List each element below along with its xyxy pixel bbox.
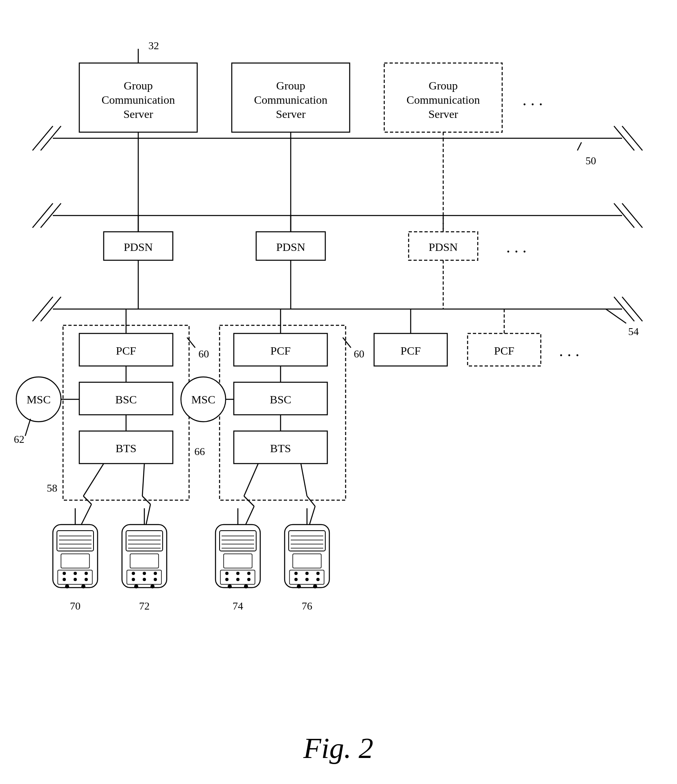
radio-76 — [285, 508, 329, 588]
pdsn-label-1: PDSN — [124, 241, 153, 253]
pcf-label-3: PCF — [401, 344, 421, 357]
svg-line-34 — [187, 338, 195, 348]
svg-point-57 — [85, 578, 88, 581]
svg-point-71 — [154, 572, 157, 575]
bts-label-2: BTS — [270, 442, 291, 455]
svg-line-6 — [577, 142, 581, 150]
ref-62: 62 — [14, 433, 24, 445]
svg-line-0 — [33, 126, 53, 150]
svg-point-100 — [225, 578, 229, 581]
pcf-label-4: PCF — [494, 344, 514, 357]
svg-point-52 — [63, 572, 66, 575]
gcs-label-1b: Communication — [102, 94, 175, 106]
ref-50: 50 — [586, 155, 596, 167]
svg-point-72 — [132, 578, 135, 581]
svg-point-76 — [150, 584, 155, 588]
svg-point-55 — [63, 578, 66, 581]
svg-point-102 — [247, 578, 250, 581]
svg-line-22 — [33, 297, 53, 321]
bsc-label-1: BSC — [115, 393, 137, 406]
svg-line-36 — [25, 419, 30, 436]
svg-point-58 — [65, 584, 69, 588]
svg-point-117 — [294, 578, 298, 581]
ref-70: 70 — [70, 600, 81, 612]
svg-point-115 — [305, 572, 309, 575]
gcs-label-2c: Server — [276, 108, 306, 120]
ref-76: 76 — [302, 600, 312, 612]
pdsn-label-2: PDSN — [276, 241, 305, 253]
pcf-label-2: PCF — [270, 344, 291, 357]
svg-point-56 — [74, 578, 77, 581]
svg-line-14 — [622, 203, 642, 228]
ref-60b: 60 — [354, 348, 364, 360]
svg-point-54 — [85, 572, 88, 575]
pdsn-label-3: PDSN — [429, 241, 458, 253]
gcs-label-3b: Communication — [407, 94, 480, 106]
svg-point-101 — [236, 578, 239, 581]
ref-54: 54 — [628, 326, 639, 338]
bts-label-1: BTS — [115, 442, 136, 455]
svg-point-99 — [247, 572, 250, 575]
ref-58: 58 — [47, 482, 57, 494]
ref-60a: 60 — [198, 348, 209, 360]
svg-line-80 — [343, 338, 351, 348]
svg-point-74 — [154, 578, 157, 581]
svg-point-103 — [228, 584, 232, 588]
svg-point-73 — [143, 578, 146, 581]
ref-66: 66 — [194, 446, 205, 457]
svg-line-85 — [301, 464, 307, 496]
svg-point-118 — [305, 578, 309, 581]
radio-74 — [216, 508, 260, 588]
svg-point-97 — [225, 572, 229, 575]
svg-line-86 — [307, 496, 315, 506]
svg-point-75 — [134, 584, 138, 588]
svg-point-70 — [143, 572, 146, 575]
svg-line-10 — [33, 203, 53, 228]
svg-line-82 — [244, 464, 258, 496]
ref-74: 74 — [233, 600, 243, 612]
svg-line-26 — [622, 297, 642, 321]
msc-label-1: MSC — [26, 393, 50, 406]
ref-72: 72 — [139, 600, 150, 612]
gcs-label-3c: Server — [428, 108, 458, 120]
msc-label-2: MSC — [191, 393, 215, 406]
ellipsis-pcf: . . . — [559, 342, 579, 360]
svg-line-40 — [142, 464, 144, 496]
svg-point-59 — [81, 584, 85, 588]
ref-32: 32 — [148, 40, 159, 52]
gcs-label-1: Group — [124, 79, 153, 92]
svg-line-27 — [606, 309, 626, 323]
bsc-label-2: BSC — [270, 393, 292, 406]
gcs-label-2: Group — [276, 79, 305, 92]
svg-point-98 — [236, 572, 239, 575]
radio-70 — [53, 508, 98, 588]
gcs-label-1c: Server — [123, 108, 153, 120]
svg-point-104 — [244, 584, 248, 588]
fig-label: Fig. 2 — [303, 732, 373, 764]
svg-point-116 — [316, 572, 320, 575]
svg-point-120 — [297, 584, 301, 588]
svg-point-119 — [316, 578, 320, 581]
svg-point-114 — [294, 572, 298, 575]
svg-point-69 — [132, 572, 135, 575]
pcf-label-1: PCF — [116, 344, 136, 357]
radio-72 — [122, 508, 167, 588]
svg-line-37 — [83, 464, 104, 496]
diagram: 32 Group Communication Server Group Comm… — [0, 0, 677, 784]
svg-point-53 — [74, 572, 77, 575]
svg-line-4 — [622, 126, 642, 150]
gcs-label-3: Group — [429, 79, 458, 92]
ellipsis-mid: . . . — [506, 238, 527, 256]
svg-line-83 — [244, 496, 254, 506]
ellipsis-top: . . . — [522, 91, 543, 109]
svg-point-121 — [313, 584, 317, 588]
gcs-label-2b: Communication — [254, 94, 327, 106]
